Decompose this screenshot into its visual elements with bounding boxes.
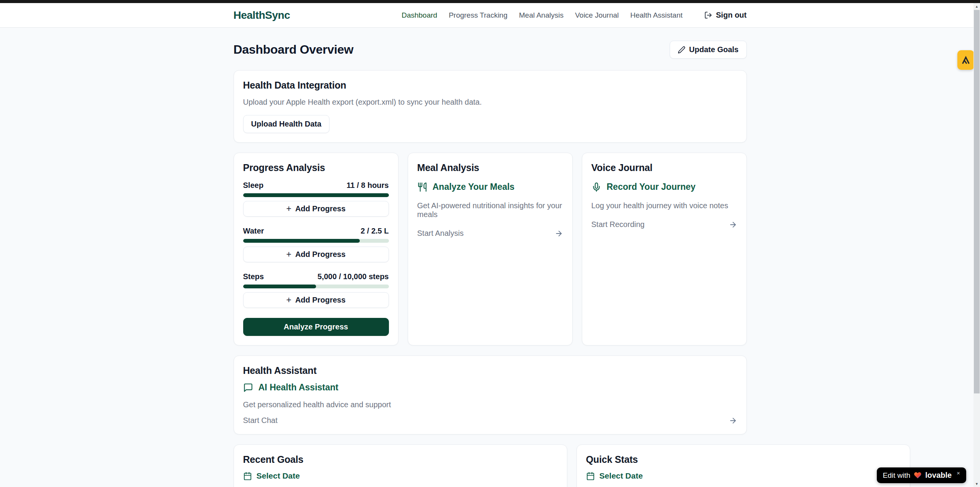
metric-value: 5,000 / 10,000 steps [318,272,389,281]
health-data-integration-card: Health Data Integration Upload your Appl… [234,70,747,143]
utensils-icon [417,182,427,192]
vertical-scrollbar[interactable]: ▲ ▼ [973,3,980,487]
log-out-icon [704,11,712,19]
window-edge-strip [0,0,980,3]
metric-label: Water [243,227,264,235]
metric-label: Sleep [243,181,264,190]
scrollbar-thumb[interactable] [974,10,980,393]
edit-with-lovable-badge[interactable]: Edit with lovable × [877,467,967,483]
add-water-progress-button[interactable]: + Add Progress [243,247,389,262]
lovable-heart-icon [914,471,922,479]
quick-stats-title: Quick Stats [586,454,901,465]
quick-stats-card: Quick Stats Select Date Today Yesterday … [576,444,910,487]
ai-health-assistant-link[interactable]: AI Health Assistant [243,382,737,393]
nav-voice-journal[interactable]: Voice Journal [575,11,619,20]
sleep-progress-bar [243,193,389,197]
record-your-journey-link[interactable]: Record Your Journey [591,182,737,192]
water-progress-bar [243,239,389,243]
microphone-icon [591,182,601,192]
voice-journal-card: Voice Journal Record Your Journey Log yo… [582,153,747,346]
stats-select-date-button[interactable]: Select Date [586,471,901,480]
recent-goals-title: Recent Goals [243,454,558,465]
health-assistant-card: Health Assistant AI Health Assistant Get… [234,355,747,434]
lovable-logo-icon [961,55,971,65]
nav-progress-tracking[interactable]: Progress Tracking [449,11,507,20]
nav-meal-analysis[interactable]: Meal Analysis [519,11,563,20]
voice-journal-title: Voice Journal [591,162,737,173]
nav-dashboard[interactable]: Dashboard [402,11,437,20]
arrow-right-icon [555,229,563,238]
sign-out-button[interactable]: Sign out [704,11,747,20]
metric-steps: Steps 5,000 / 10,000 steps + Add Progres… [243,272,389,308]
plus-icon: + [286,250,291,259]
meal-analysis-card: Meal Analysis Analyze Your Meals Get AI-… [408,153,573,346]
start-chat-action[interactable]: Start Chat [243,416,737,425]
upload-health-data-button[interactable]: Upload Health Data [243,115,329,133]
health-assistant-description: Get personalized health advice and suppo… [243,400,737,409]
analyze-progress-button[interactable]: Analyze Progress [243,318,389,336]
lovable-editor-fab[interactable] [957,50,974,70]
scrollbar-down-arrow[interactable]: ▼ [973,480,980,487]
meal-analysis-title: Meal Analysis [417,162,563,173]
metric-sleep: Sleep 11 / 8 hours + Add Progress [243,181,389,217]
page-title: Dashboard Overview [234,43,354,57]
edit-with-label: Edit with [883,471,911,480]
voice-journal-description: Log your health journey with voice notes [591,201,737,210]
progress-analysis-title: Progress Analysis [243,162,389,173]
add-sleep-progress-button[interactable]: + Add Progress [243,201,389,217]
meal-analysis-description: Get AI-powered nutritional insights for … [417,201,563,219]
health-assistant-title: Health Assistant [243,365,737,376]
chat-bubble-icon [243,383,253,393]
update-goals-button[interactable]: Update Goals [670,41,747,59]
lovable-brand-label: lovable [925,471,952,480]
start-analysis-action[interactable]: Start Analysis [417,229,563,238]
health-data-description: Upload your Apple Health export (export.… [243,98,737,107]
add-steps-progress-button[interactable]: + Add Progress [243,292,389,308]
metric-value: 11 / 8 hours [346,181,389,190]
metric-label: Steps [243,272,264,281]
badge-close-icon[interactable]: × [957,470,960,476]
scrollbar-up-arrow[interactable]: ▲ [973,3,980,10]
pencil-icon [678,46,685,54]
steps-progress-bar [243,285,389,288]
arrow-right-icon [729,220,737,229]
sign-out-label: Sign out [716,11,747,20]
goals-select-date-button[interactable]: Select Date [243,471,558,480]
calendar-icon [586,472,595,480]
metric-value: 2 / 2.5 L [361,227,389,235]
analyze-your-meals-link[interactable]: Analyze Your Meals [417,182,563,192]
app-logo: HealthSync [234,9,290,21]
top-navbar: HealthSync Dashboard Progress Tracking M… [0,3,980,28]
metric-water: Water 2 / 2.5 L + Add Progress [243,227,389,262]
arrow-right-icon [729,416,737,425]
main-nav: Dashboard Progress Tracking Meal Analysi… [402,11,747,20]
calendar-icon [243,472,252,480]
recent-goals-card: Recent Goals Select Date Today Yesterday… [234,444,567,487]
update-goals-label: Update Goals [689,45,739,54]
nav-health-assistant[interactable]: Health Assistant [630,11,682,20]
start-recording-action[interactable]: Start Recording [591,220,737,229]
plus-icon: + [286,296,291,304]
progress-analysis-card: Progress Analysis Sleep 11 / 8 hours + A… [234,153,399,346]
plus-icon: + [286,204,291,213]
health-data-title: Health Data Integration [243,80,737,91]
